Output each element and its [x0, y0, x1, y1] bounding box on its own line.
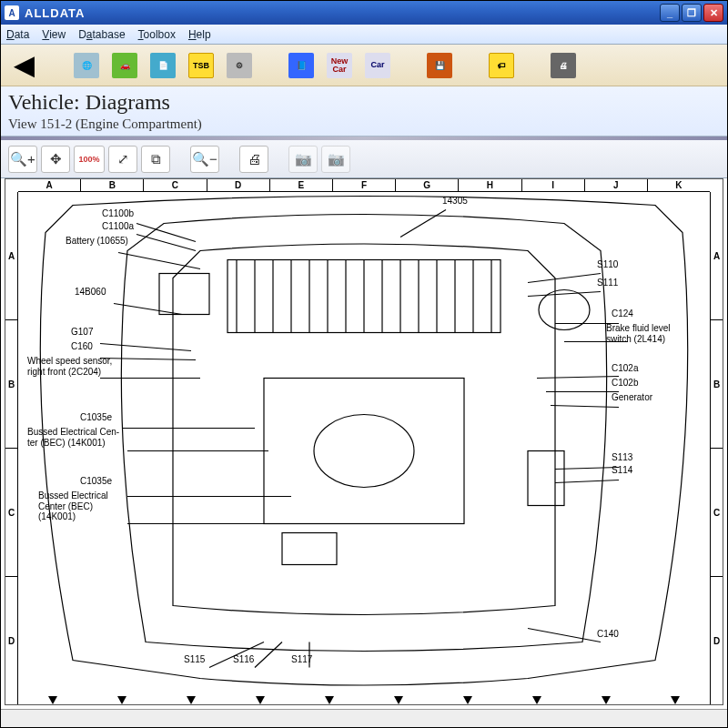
- callout-generator: Generator: [612, 392, 652, 403]
- callout-bec1: Bussed Electrical Cen- ter (BEC) (14K001…: [27, 427, 119, 448]
- svg-line-23: [136, 235, 196, 251]
- svg-rect-21: [528, 451, 564, 506]
- globe-icon[interactable]: 🌐: [70, 50, 103, 81]
- tag-icon[interactable]: 🏷: [485, 50, 518, 81]
- diagram-area[interactable]: ABCDEFGHIJK ABCD ABCD: [5, 178, 723, 705]
- print-icon[interactable]: 🖨: [547, 50, 580, 81]
- callout-c1100b: C1100b: [102, 208, 134, 219]
- titlebar: A ALLDATA _ ❐ ✕: [1, 1, 727, 25]
- zoom-region-button[interactable]: ⧉: [141, 146, 170, 173]
- callout-s116: S116: [233, 654, 254, 665]
- back-button[interactable]: ◀: [8, 50, 41, 81]
- callout-bec2: Bussed Electrical Center (BEC) (14K001): [38, 490, 108, 522]
- callout-14b060: 14B060: [75, 287, 106, 298]
- callout-c1035e: C1035e: [80, 412, 112, 423]
- minimize-button[interactable]: _: [660, 4, 680, 22]
- new-car-button[interactable]: New Car: [323, 50, 356, 81]
- menu-view[interactable]: View: [42, 28, 66, 41]
- pan-button[interactable]: ✥: [41, 146, 70, 173]
- zoom-100-button[interactable]: 100%: [74, 146, 105, 173]
- svg-rect-18: [282, 533, 337, 565]
- callout-g107: G107: [71, 327, 93, 338]
- car-button[interactable]: Car: [361, 50, 394, 81]
- callout-c140: C140: [597, 629, 619, 640]
- callout-s117: S117: [291, 654, 312, 665]
- svg-line-34: [255, 642, 282, 668]
- svg-line-22: [136, 224, 196, 242]
- main-toolbar: ◀ 🌐 🚗 📄 TSB ⚙ 📘 New Car Car 💾 🏷 🖨: [1, 45, 727, 86]
- svg-line-27: [100, 359, 196, 360]
- header-panel: Vehicle: Diagrams View 151-2 (Engine Com…: [1, 86, 727, 136]
- seat-icon[interactable]: 🚗: [108, 50, 141, 81]
- callout-brake: Brake fluid level switch (2L414): [606, 323, 671, 344]
- svg-rect-19: [159, 274, 209, 315]
- callout-s113: S113: [612, 452, 632, 463]
- callout-s114: S114: [612, 465, 632, 476]
- camera-icon: 📷: [288, 146, 318, 173]
- tsb-icon[interactable]: TSB: [185, 50, 217, 81]
- menu-toolbox[interactable]: Toolbox: [138, 28, 176, 41]
- callout-c1100a: C1100a: [102, 221, 134, 232]
- svg-line-43: [551, 406, 619, 408]
- book-icon[interactable]: 📘: [285, 50, 318, 81]
- callout-s110: S110: [597, 259, 618, 270]
- callout-c1035e2: C1035e: [80, 476, 112, 487]
- zoom-fit-button[interactable]: ⤢: [108, 146, 137, 173]
- view-toolbar: 🔍+ ✥ 100% ⤢ ⧉ 🔍− 🖨 📷 📷: [1, 140, 727, 178]
- gear-icon[interactable]: ⚙: [223, 50, 256, 81]
- bottom-markers: [18, 696, 710, 704]
- close-button[interactable]: ✕: [703, 4, 723, 22]
- menu-help[interactable]: Help: [188, 28, 211, 41]
- zoom-in-button[interactable]: 🔍+: [8, 146, 37, 173]
- ruler-left: ABCD: [5, 192, 18, 704]
- page-title: Vehicle: Diagrams: [8, 90, 720, 115]
- print-view-button[interactable]: 🖨: [239, 146, 268, 173]
- callout-c102b: C102b: [612, 378, 638, 389]
- callout-s115: S115: [184, 654, 205, 665]
- svg-line-46: [528, 629, 601, 642]
- zoom-out-button[interactable]: 🔍−: [190, 146, 219, 173]
- diagram-canvas: C1100b C1100a Battery (10655) 14B060 G10…: [18, 192, 710, 692]
- svg-line-38: [528, 292, 601, 297]
- menu-database[interactable]: Database: [78, 28, 125, 41]
- svg-line-24: [118, 253, 200, 269]
- callout-c102a: C102a: [612, 363, 638, 374]
- doc-icon[interactable]: 📄: [147, 50, 179, 81]
- maximize-button[interactable]: ❐: [682, 4, 702, 22]
- page-subtitle: View 151-2 (Engine Compartment): [8, 116, 720, 132]
- ruler-right: ABCD: [710, 192, 723, 704]
- menu-data[interactable]: Data: [6, 28, 29, 41]
- svg-line-36: [400, 210, 446, 238]
- svg-line-26: [100, 344, 191, 351]
- camera-icon-2: 📷: [321, 146, 350, 173]
- ruler-top: ABCDEFGHIJK: [18, 179, 710, 192]
- app-icon: A: [5, 5, 19, 20]
- callout-s111: S111: [597, 278, 618, 288]
- callout-14305: 14305: [442, 196, 468, 207]
- save-icon[interactable]: 💾: [423, 50, 456, 81]
- svg-rect-16: [264, 379, 464, 524]
- svg-line-25: [114, 304, 182, 315]
- callout-battery: Battery (10655): [66, 236, 128, 247]
- menubar: Data View Database Toolbox Help: [1, 25, 727, 45]
- svg-point-17: [314, 415, 414, 488]
- callout-c124: C124: [612, 308, 633, 319]
- statusbar: [1, 709, 727, 727]
- callout-wheel-speed: Wheel speed sensor, right front (2C204): [27, 356, 112, 377]
- window-title: ALLDATA: [25, 6, 660, 20]
- svg-line-37: [528, 274, 601, 283]
- callout-c160: C160: [71, 341, 93, 352]
